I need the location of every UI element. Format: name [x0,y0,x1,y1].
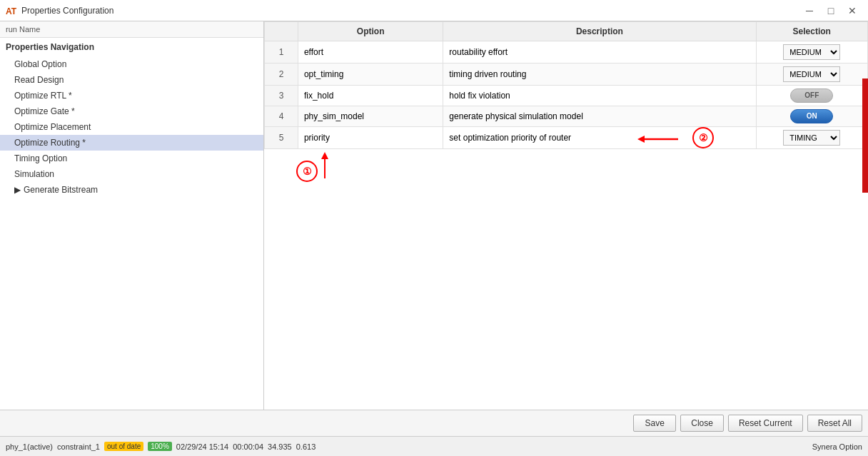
run-name-bar: run Name [0,21,263,38]
left-panel: run Name Properties Navigation Global Op… [0,21,264,410]
selection-dropdown[interactable]: TIMINGROUTABILITY [783,130,840,146]
close-button-bottom[interactable]: Close [680,415,724,432]
selection-dropdown[interactable]: MEDIUMHIGHLOW [783,66,840,82]
status-right: Synera Option [812,442,862,451]
status-progress: 100% [148,442,172,451]
row-option: effort [298,41,443,64]
status-left: phy_1(active) constraint_1 out of date 1… [6,442,812,451]
row-selection: ON [756,106,868,127]
row-option: opt_timing [298,64,443,86]
status-out-of-date: out of date [104,442,143,451]
window-title: Properties Configuration [21,6,113,16]
row-selection: MEDIUMHIGHLOW [756,64,868,86]
row-description: set optimization priority of router [443,127,756,149]
reset-all-button[interactable]: Reset All [807,415,862,432]
row-number: 2 [265,64,298,86]
row-number: 5 [265,127,298,149]
nav-header: Properties Navigation [0,38,263,56]
status-filename: phy_1(active) [6,442,53,451]
sidebar-item-generate-bitstream[interactable]: ▶ Generate Bitstream [0,182,263,198]
minimize-button[interactable]: ─ [799,3,819,19]
row-selection: TIMINGROUTABILITY [756,127,868,149]
table-container: Option Description Selection 1effortrout… [264,21,868,410]
sidebar-item-timing-option[interactable]: Timing Option [0,151,263,166]
title-bar-controls: ─ □ ✕ [799,3,862,19]
sidebar-item-optimize-routing[interactable]: Optimize Routing * [0,135,263,151]
row-description: hold fix violation [443,86,756,106]
toggle-button[interactable]: OFF [790,88,833,103]
row-selection: OFF [756,86,868,106]
svg-text:AT: AT [6,6,17,16]
col-option-header: Option [298,22,443,41]
save-button[interactable]: Save [633,415,676,432]
col-num-header [265,22,298,41]
table-row: 1effortroutability effortMEDIUMHIGHLOW [265,41,868,64]
sidebar-item-read-design[interactable]: Read Design [0,72,263,88]
row-option: priority [298,127,443,149]
row-selection: MEDIUMHIGHLOW [756,41,868,64]
row-description: generate physical simulation model [443,106,756,127]
maximize-button[interactable]: □ [821,3,841,19]
properties-table: Option Description Selection 1effortrout… [264,21,868,149]
nav-items: Global OptionRead DesignOptimize RTL *Op… [0,56,263,410]
status-value1: 34.935 [268,442,292,451]
status-right-label: Synera Option [812,442,862,451]
title-bar: AT Properties Configuration ─ □ ✕ [0,0,868,21]
right-sidebar-accent [862,78,868,193]
table-row: 3fix_holdhold fix violationOFF [265,86,868,106]
table-row: 2opt_timingtiming driven routingMEDIUMHI… [265,64,868,86]
table-row: 5priorityset optimization priority of ro… [265,127,868,149]
row-number: 4 [265,106,298,127]
status-value2: 0.613 [296,442,316,451]
sidebar-item-optimize-gate[interactable]: Optimize Gate * [0,103,263,119]
sidebar-item-optimize-placement[interactable]: Optimize Placement [0,119,263,135]
col-sel-header: Selection [756,22,868,41]
row-description: routability effort [443,41,756,64]
close-button[interactable]: ✕ [842,3,862,19]
sidebar-item-global-option[interactable]: Global Option [0,56,263,72]
row-option: phy_sim_model [298,106,443,127]
title-bar-left: AT Properties Configuration [6,5,113,16]
toggle-button[interactable]: ON [790,109,833,123]
status-constraint: constraint_1 [57,442,100,451]
selection-dropdown[interactable]: MEDIUMHIGHLOW [783,44,840,60]
sidebar-item-optimize-rtl[interactable]: Optimize RTL * [0,88,263,103]
bottom-buttons: Save Close Reset Current Reset All [0,410,868,436]
sidebar-item-simulation[interactable]: Simulation [0,166,263,182]
status-date: 02/29/24 15:14 [176,442,228,451]
col-desc-header: Description [443,22,756,41]
app-logo: AT [6,5,17,16]
row-description: timing driven routing [443,64,756,86]
row-number: 1 [265,41,298,64]
main-content: run Name Properties Navigation Global Op… [0,21,868,410]
reset-current-button[interactable]: Reset Current [728,415,803,432]
table-row: 4phy_sim_modelgenerate physical simulati… [265,106,868,127]
status-time: 00:00:04 [233,442,263,451]
row-option: fix_hold [298,86,443,106]
right-panel: Option Description Selection 1effortrout… [264,21,868,410]
expand-icon: ▶ [14,185,21,195]
status-bar: phy_1(active) constraint_1 out of date 1… [0,436,868,456]
row-number: 3 [265,86,298,106]
